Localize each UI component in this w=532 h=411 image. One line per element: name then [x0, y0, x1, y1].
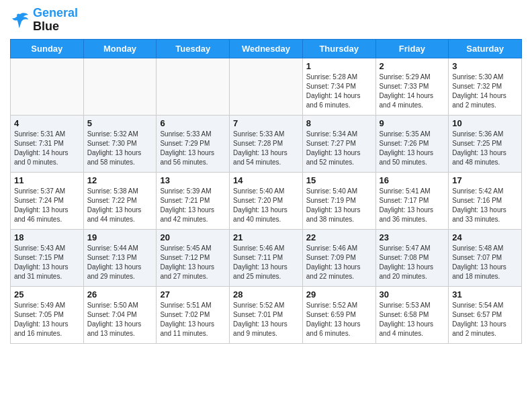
day-info: Sunrise: 5:52 AM Sunset: 7:01 PM Dayligh…	[233, 301, 299, 338]
day-info: Sunrise: 5:32 AM Sunset: 7:30 PM Dayligh…	[87, 130, 153, 167]
calendar-cell: 16Sunrise: 5:41 AM Sunset: 7:17 PM Dayli…	[375, 172, 449, 229]
weekday-header: Monday	[83, 39, 157, 58]
day-number: 4	[14, 118, 80, 128]
calendar-cell: 17Sunrise: 5:42 AM Sunset: 7:16 PM Dayli…	[449, 172, 522, 229]
calendar-cell: 24Sunrise: 5:48 AM Sunset: 7:07 PM Dayli…	[449, 229, 522, 286]
day-info: Sunrise: 5:40 AM Sunset: 7:19 PM Dayligh…	[306, 187, 372, 224]
calendar-cell	[157, 58, 230, 115]
day-number: 9	[380, 118, 445, 128]
day-info: Sunrise: 5:48 AM Sunset: 7:07 PM Dayligh…	[452, 244, 518, 281]
day-number: 10	[452, 118, 518, 128]
calendar-cell: 12Sunrise: 5:38 AM Sunset: 7:22 PM Dayli…	[83, 172, 157, 229]
day-number: 26	[87, 289, 153, 300]
calendar-week-row: 11Sunrise: 5:37 AM Sunset: 7:24 PM Dayli…	[11, 172, 522, 229]
day-number: 17	[452, 175, 518, 185]
calendar-week-row: 1Sunrise: 5:28 AM Sunset: 7:34 PM Daylig…	[11, 58, 522, 115]
day-info: Sunrise: 5:52 AM Sunset: 6:59 PM Dayligh…	[306, 301, 372, 338]
calendar-cell: 21Sunrise: 5:46 AM Sunset: 7:11 PM Dayli…	[230, 229, 303, 286]
day-info: Sunrise: 5:51 AM Sunset: 7:02 PM Dayligh…	[160, 301, 226, 338]
weekday-header-row: SundayMondayTuesdayWednesdayThursdayFrid…	[11, 39, 522, 58]
day-number: 11	[14, 175, 80, 185]
day-info: Sunrise: 5:39 AM Sunset: 7:21 PM Dayligh…	[160, 187, 226, 224]
day-number: 30	[380, 289, 445, 300]
day-info: Sunrise: 5:38 AM Sunset: 7:22 PM Dayligh…	[87, 187, 153, 224]
day-info: Sunrise: 5:43 AM Sunset: 7:15 PM Dayligh…	[14, 244, 80, 281]
day-number: 7	[233, 118, 299, 128]
calendar-table: SundayMondayTuesdayWednesdayThursdayFrid…	[10, 39, 522, 344]
calendar-cell: 15Sunrise: 5:40 AM Sunset: 7:19 PM Dayli…	[302, 172, 375, 229]
calendar-cell: 31Sunrise: 5:54 AM Sunset: 6:57 PM Dayli…	[449, 286, 522, 343]
day-number: 5	[87, 118, 153, 128]
day-info: Sunrise: 5:34 AM Sunset: 7:27 PM Dayligh…	[306, 130, 372, 167]
calendar-cell: 3Sunrise: 5:30 AM Sunset: 7:32 PM Daylig…	[449, 58, 522, 115]
day-info: Sunrise: 5:47 AM Sunset: 7:08 PM Dayligh…	[380, 244, 445, 281]
calendar-cell	[83, 58, 157, 115]
calendar-cell: 4Sunrise: 5:31 AM Sunset: 7:31 PM Daylig…	[11, 115, 84, 172]
day-info: Sunrise: 5:42 AM Sunset: 7:16 PM Dayligh…	[452, 187, 518, 224]
day-number: 16	[380, 175, 445, 185]
weekday-header: Thursday	[302, 39, 375, 58]
day-info: Sunrise: 5:53 AM Sunset: 6:58 PM Dayligh…	[380, 301, 445, 338]
weekday-header: Sunday	[11, 39, 84, 58]
day-number: 2	[380, 61, 445, 71]
weekday-header: Friday	[375, 39, 449, 58]
calendar-cell	[230, 58, 303, 115]
day-info: Sunrise: 5:37 AM Sunset: 7:24 PM Dayligh…	[14, 187, 80, 224]
calendar-cell: 30Sunrise: 5:53 AM Sunset: 6:58 PM Dayli…	[375, 286, 449, 343]
logo-icon	[10, 10, 30, 30]
page-header: General Blue	[10, 7, 522, 34]
day-info: Sunrise: 5:29 AM Sunset: 7:33 PM Dayligh…	[380, 73, 445, 110]
day-number: 23	[380, 232, 445, 242]
day-info: Sunrise: 5:46 AM Sunset: 7:09 PM Dayligh…	[306, 244, 372, 281]
calendar-cell	[11, 58, 84, 115]
calendar-cell: 22Sunrise: 5:46 AM Sunset: 7:09 PM Dayli…	[302, 229, 375, 286]
day-info: Sunrise: 5:33 AM Sunset: 7:29 PM Dayligh…	[160, 130, 226, 167]
calendar-week-row: 4Sunrise: 5:31 AM Sunset: 7:31 PM Daylig…	[11, 115, 522, 172]
day-info: Sunrise: 5:40 AM Sunset: 7:20 PM Dayligh…	[233, 187, 299, 224]
day-info: Sunrise: 5:44 AM Sunset: 7:13 PM Dayligh…	[87, 244, 153, 281]
calendar-cell: 10Sunrise: 5:36 AM Sunset: 7:25 PM Dayli…	[449, 115, 522, 172]
day-info: Sunrise: 5:28 AM Sunset: 7:34 PM Dayligh…	[306, 73, 372, 110]
day-number: 3	[452, 61, 518, 71]
calendar-week-row: 18Sunrise: 5:43 AM Sunset: 7:15 PM Dayli…	[11, 229, 522, 286]
day-info: Sunrise: 5:35 AM Sunset: 7:26 PM Dayligh…	[380, 130, 445, 167]
calendar-cell: 6Sunrise: 5:33 AM Sunset: 7:29 PM Daylig…	[157, 115, 230, 172]
day-info: Sunrise: 5:33 AM Sunset: 7:28 PM Dayligh…	[233, 130, 299, 167]
calendar-cell: 26Sunrise: 5:50 AM Sunset: 7:04 PM Dayli…	[83, 286, 157, 343]
day-info: Sunrise: 5:30 AM Sunset: 7:32 PM Dayligh…	[452, 73, 518, 110]
calendar-cell: 5Sunrise: 5:32 AM Sunset: 7:30 PM Daylig…	[83, 115, 157, 172]
calendar-cell: 23Sunrise: 5:47 AM Sunset: 7:08 PM Dayli…	[375, 229, 449, 286]
day-number: 8	[306, 118, 372, 128]
calendar-cell: 25Sunrise: 5:49 AM Sunset: 7:05 PM Dayli…	[11, 286, 84, 343]
calendar-cell: 2Sunrise: 5:29 AM Sunset: 7:33 PM Daylig…	[375, 58, 449, 115]
calendar-cell: 19Sunrise: 5:44 AM Sunset: 7:13 PM Dayli…	[83, 229, 157, 286]
calendar-week-row: 25Sunrise: 5:49 AM Sunset: 7:05 PM Dayli…	[11, 286, 522, 343]
calendar-cell: 13Sunrise: 5:39 AM Sunset: 7:21 PM Dayli…	[157, 172, 230, 229]
day-number: 19	[87, 232, 153, 242]
day-number: 29	[306, 289, 372, 300]
day-info: Sunrise: 5:49 AM Sunset: 7:05 PM Dayligh…	[14, 301, 80, 338]
day-number: 1	[306, 61, 372, 71]
day-number: 12	[87, 175, 153, 185]
calendar-cell: 1Sunrise: 5:28 AM Sunset: 7:34 PM Daylig…	[302, 58, 375, 115]
logo: General Blue	[10, 7, 78, 34]
calendar-cell: 18Sunrise: 5:43 AM Sunset: 7:15 PM Dayli…	[11, 229, 84, 286]
day-info: Sunrise: 5:36 AM Sunset: 7:25 PM Dayligh…	[452, 130, 518, 167]
day-info: Sunrise: 5:50 AM Sunset: 7:04 PM Dayligh…	[87, 301, 153, 338]
day-number: 27	[160, 289, 226, 300]
calendar-cell: 9Sunrise: 5:35 AM Sunset: 7:26 PM Daylig…	[375, 115, 449, 172]
calendar-cell: 20Sunrise: 5:45 AM Sunset: 7:12 PM Dayli…	[157, 229, 230, 286]
day-number: 15	[306, 175, 372, 185]
day-number: 25	[14, 289, 80, 300]
day-number: 14	[233, 175, 299, 185]
calendar-cell: 27Sunrise: 5:51 AM Sunset: 7:02 PM Dayli…	[157, 286, 230, 343]
weekday-header: Tuesday	[157, 39, 230, 58]
calendar-cell: 11Sunrise: 5:37 AM Sunset: 7:24 PM Dayli…	[11, 172, 84, 229]
day-number: 13	[160, 175, 226, 185]
logo-text: General Blue	[33, 7, 78, 34]
calendar-cell: 29Sunrise: 5:52 AM Sunset: 6:59 PM Dayli…	[302, 286, 375, 343]
day-info: Sunrise: 5:54 AM Sunset: 6:57 PM Dayligh…	[452, 301, 518, 338]
day-number: 22	[306, 232, 372, 242]
day-number: 28	[233, 289, 299, 300]
day-info: Sunrise: 5:41 AM Sunset: 7:17 PM Dayligh…	[380, 187, 445, 224]
